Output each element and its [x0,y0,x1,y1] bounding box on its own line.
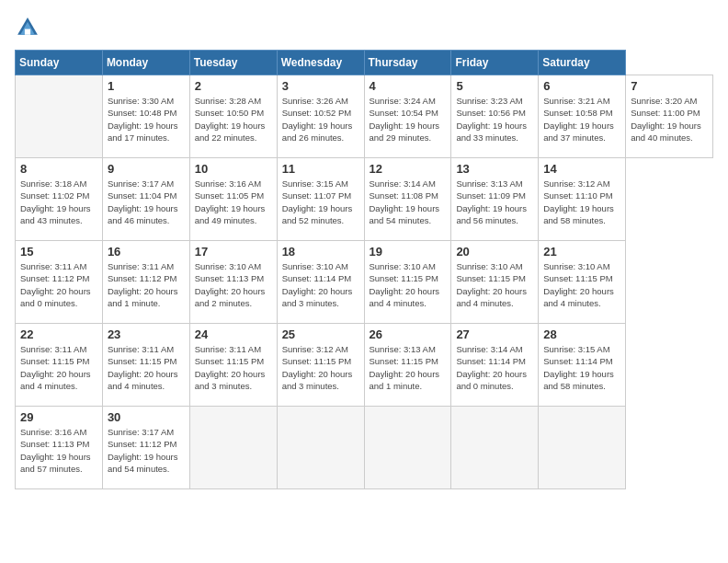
day-info: Sunrise: 3:11 AMSunset: 11:15 PMDaylight… [108,343,185,392]
day-number: 13 [456,162,533,176]
svg-rect-2 [25,29,30,35]
week-row-4: 22Sunrise: 3:11 AMSunset: 11:15 PMDaylig… [16,324,713,407]
calendar-cell: 11Sunrise: 3:15 AMSunset: 11:07 PMDaylig… [277,158,364,241]
day-info: Sunrise: 3:11 AMSunset: 11:12 PMDaylight… [20,260,97,309]
calendar-cell: 7Sunrise: 3:20 AMSunset: 11:00 PMDayligh… [626,75,713,158]
calendar-cell [277,407,364,489]
day-number: 16 [108,245,185,259]
calendar-cell: 27Sunrise: 3:14 AMSunset: 11:14 PMDaylig… [451,324,539,407]
day-info: Sunrise: 3:12 AMSunset: 11:15 PMDaylight… [282,343,359,392]
day-number: 26 [370,327,447,341]
day-number: 5 [456,79,533,93]
calendar-cell: 26Sunrise: 3:13 AMSunset: 11:15 PMDaylig… [364,324,451,407]
calendar-cell: 9Sunrise: 3:17 AMSunset: 11:04 PMDayligh… [102,158,189,241]
day-info: Sunrise: 3:15 AMSunset: 11:07 PMDaylight… [282,178,359,226]
day-info: Sunrise: 3:10 AMSunset: 11:14 PMDaylight… [282,260,359,309]
week-row-1: 1Sunrise: 3:30 AMSunset: 10:48 PMDayligh… [16,75,713,158]
logo-icon [15,15,40,40]
calendar-cell: 21Sunrise: 3:10 AMSunset: 11:15 PMDaylig… [539,241,626,324]
day-number: 9 [108,162,185,176]
calendar-cell: 15Sunrise: 3:11 AMSunset: 11:12 PMDaylig… [16,241,103,324]
day-info: Sunrise: 3:11 AMSunset: 11:12 PMDaylight… [108,260,185,309]
day-number: 15 [20,245,97,259]
calendar-cell: 2Sunrise: 3:28 AMSunset: 10:50 PMDayligh… [189,75,277,158]
day-info: Sunrise: 3:21 AMSunset: 10:58 PMDaylight… [543,95,620,144]
header-sunday: Sunday [16,51,103,75]
day-info: Sunrise: 3:24 AMSunset: 10:54 PMDaylight… [370,95,447,144]
day-number: 10 [195,162,272,176]
calendar-body: 1Sunrise: 3:30 AMSunset: 10:48 PMDayligh… [16,75,713,489]
calendar-cell: 8Sunrise: 3:18 AMSunset: 11:02 PMDayligh… [16,158,103,241]
day-number: 6 [543,79,620,93]
calendar-cell: 4Sunrise: 3:24 AMSunset: 10:54 PMDayligh… [364,75,451,158]
calendar-cell [189,407,277,489]
logo [15,15,44,40]
week-row-3: 15Sunrise: 3:11 AMSunset: 11:12 PMDaylig… [16,241,713,324]
calendar-header-row: SundayMondayTuesdayWednesdayThursdayFrid… [16,51,713,75]
day-info: Sunrise: 3:10 AMSunset: 11:13 PMDaylight… [195,260,272,309]
day-number: 4 [370,79,447,93]
calendar-cell: 10Sunrise: 3:16 AMSunset: 11:05 PMDaylig… [189,158,277,241]
calendar-cell: 5Sunrise: 3:23 AMSunset: 10:56 PMDayligh… [451,75,539,158]
header-friday: Friday [451,51,539,75]
day-info: Sunrise: 3:20 AMSunset: 11:00 PMDaylight… [631,95,708,144]
day-info: Sunrise: 3:30 AMSunset: 10:48 PMDaylight… [108,95,185,144]
day-info: Sunrise: 3:14 AMSunset: 11:14 PMDaylight… [456,343,533,392]
day-number: 20 [456,245,533,259]
day-info: Sunrise: 3:10 AMSunset: 11:15 PMDaylight… [370,260,447,309]
day-info: Sunrise: 3:12 AMSunset: 11:10 PMDaylight… [543,178,620,226]
week-row-2: 8Sunrise: 3:18 AMSunset: 11:02 PMDayligh… [16,158,713,241]
calendar-cell: 30Sunrise: 3:17 AMSunset: 11:12 PMDaylig… [102,407,189,489]
calendar-cell: 13Sunrise: 3:13 AMSunset: 11:09 PMDaylig… [451,158,539,241]
day-number: 23 [108,327,185,341]
day-info: Sunrise: 3:10 AMSunset: 11:15 PMDaylight… [456,260,533,309]
day-number: 22 [20,327,97,341]
day-info: Sunrise: 3:23 AMSunset: 10:56 PMDaylight… [456,95,533,144]
calendar-cell: 12Sunrise: 3:14 AMSunset: 11:08 PMDaylig… [364,158,451,241]
calendar-cell: 17Sunrise: 3:10 AMSunset: 11:13 PMDaylig… [189,241,277,324]
day-number: 17 [195,245,272,259]
calendar-cell [451,407,539,489]
day-number: 12 [370,162,447,176]
day-number: 21 [543,245,620,259]
day-info: Sunrise: 3:13 AMSunset: 11:09 PMDaylight… [456,178,533,226]
calendar-cell: 23Sunrise: 3:11 AMSunset: 11:15 PMDaylig… [102,324,189,407]
header-thursday: Thursday [364,51,451,75]
day-number: 30 [108,410,185,424]
day-info: Sunrise: 3:16 AMSunset: 11:13 PMDaylight… [20,426,97,475]
day-number: 2 [195,79,272,93]
calendar-cell: 1Sunrise: 3:30 AMSunset: 10:48 PMDayligh… [102,75,189,158]
day-info: Sunrise: 3:16 AMSunset: 11:05 PMDaylight… [195,178,272,226]
day-number: 25 [282,327,359,341]
calendar-cell: 25Sunrise: 3:12 AMSunset: 11:15 PMDaylig… [277,324,364,407]
day-number: 28 [543,327,620,341]
header-saturday: Saturday [539,51,626,75]
week-row-5: 29Sunrise: 3:16 AMSunset: 11:13 PMDaylig… [16,407,713,489]
calendar-cell [364,407,451,489]
day-number: 8 [20,162,97,176]
calendar-cell [16,75,103,158]
day-info: Sunrise: 3:28 AMSunset: 10:50 PMDaylight… [195,95,272,144]
calendar-cell: 18Sunrise: 3:10 AMSunset: 11:14 PMDaylig… [277,241,364,324]
day-number: 3 [282,79,359,93]
calendar-table: SundayMondayTuesdayWednesdayThursdayFrid… [15,50,713,489]
day-number: 14 [543,162,620,176]
header-monday: Monday [102,51,189,75]
page-header [15,15,713,40]
calendar-cell: 16Sunrise: 3:11 AMSunset: 11:12 PMDaylig… [102,241,189,324]
calendar-cell: 29Sunrise: 3:16 AMSunset: 11:13 PMDaylig… [16,407,103,489]
day-number: 24 [195,327,272,341]
calendar-cell: 24Sunrise: 3:11 AMSunset: 11:15 PMDaylig… [189,324,277,407]
calendar-cell: 28Sunrise: 3:15 AMSunset: 11:14 PMDaylig… [539,324,626,407]
calendar-cell: 6Sunrise: 3:21 AMSunset: 10:58 PMDayligh… [539,75,626,158]
calendar-cell [539,407,626,489]
calendar-cell: 22Sunrise: 3:11 AMSunset: 11:15 PMDaylig… [16,324,103,407]
day-info: Sunrise: 3:10 AMSunset: 11:15 PMDaylight… [543,260,620,309]
day-info: Sunrise: 3:26 AMSunset: 10:52 PMDaylight… [282,95,359,144]
day-info: Sunrise: 3:15 AMSunset: 11:14 PMDaylight… [543,343,620,392]
day-info: Sunrise: 3:17 AMSunset: 11:12 PMDaylight… [108,426,185,475]
header-wednesday: Wednesday [277,51,364,75]
calendar-cell: 14Sunrise: 3:12 AMSunset: 11:10 PMDaylig… [539,158,626,241]
day-info: Sunrise: 3:18 AMSunset: 11:02 PMDaylight… [20,178,97,226]
day-number: 7 [631,79,708,93]
